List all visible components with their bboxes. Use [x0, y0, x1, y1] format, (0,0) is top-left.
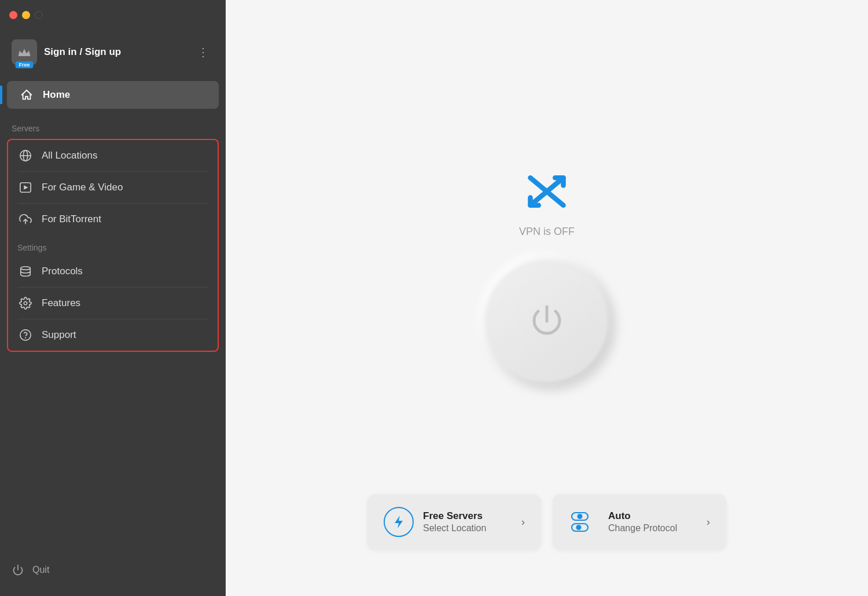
svg-marker-4	[24, 185, 28, 189]
auto-protocol-subtitle: Change Protocol	[608, 523, 693, 534]
traffic-lights	[9, 11, 43, 19]
free-servers-title: Free Servers	[423, 510, 507, 522]
sidebar-item-support[interactable]: Support	[8, 319, 218, 351]
toggle-icon	[569, 507, 599, 537]
support-label: Support	[42, 329, 76, 341]
sidebar-item-bittorrent[interactable]: For BitTorrent	[8, 204, 218, 235]
all-locations-label: All Locations	[42, 150, 97, 161]
svg-point-7	[24, 301, 27, 305]
home-nav-item[interactable]: Home	[7, 81, 219, 109]
globe-icon	[17, 148, 34, 164]
logo-svg	[525, 172, 569, 211]
auto-protocol-arrow: ›	[707, 516, 710, 528]
settings-section-label: Settings	[8, 235, 218, 256]
svg-point-8	[20, 330, 31, 340]
bittorrent-label: For BitTorrent	[42, 214, 101, 225]
close-button[interactable]	[9, 11, 17, 19]
main-content: VPN is OFF Free Servers Select Location	[226, 0, 868, 596]
game-video-label: For Game & Video	[42, 182, 123, 193]
sidebar-item-protocols[interactable]: Protocols	[8, 256, 218, 287]
main-inner: VPN is OFF	[483, 171, 610, 391]
free-servers-text: Free Servers Select Location	[423, 510, 507, 534]
play-icon	[17, 179, 34, 196]
auto-protocol-text: Auto Change Protocol	[608, 510, 693, 534]
home-nav-section: Home	[0, 74, 226, 116]
quit-label: Quit	[32, 565, 49, 575]
user-info: Sign in / Sign up	[44, 46, 186, 58]
power-icon	[524, 298, 570, 344]
menu-dots-button[interactable]: ⋮	[193, 43, 214, 61]
sidebar-item-all-locations[interactable]: All Locations	[8, 140, 218, 171]
svg-point-6	[21, 267, 31, 270]
vpn-status: VPN is OFF	[519, 226, 575, 238]
free-servers-card[interactable]: Free Servers Select Location ›	[367, 494, 541, 550]
user-name: Sign in / Sign up	[44, 46, 186, 58]
free-servers-subtitle: Select Location	[423, 523, 507, 534]
titlebar	[0, 0, 226, 30]
help-icon	[17, 327, 34, 343]
sidebar: Free Sign in / Sign up ⋮ Home Servers	[0, 0, 226, 596]
protocols-label: Protocols	[42, 266, 83, 277]
auto-protocol-card[interactable]: Auto Change Protocol ›	[553, 494, 726, 550]
svg-marker-13	[395, 516, 403, 528]
user-header: Free Sign in / Sign up ⋮	[0, 30, 226, 74]
gear-icon	[17, 295, 34, 311]
servers-section-label: Servers	[0, 116, 226, 137]
svg-point-17	[576, 525, 582, 530]
svg-point-15	[578, 514, 583, 519]
bottom-cards: Free Servers Select Location › Auto Chan…	[367, 494, 726, 550]
lightning-icon	[384, 507, 414, 537]
sidebar-item-features[interactable]: Features	[8, 288, 218, 319]
minimize-button[interactable]	[22, 11, 30, 19]
menu-box: All Locations For Game & Video	[7, 139, 219, 352]
layers-icon	[17, 263, 34, 279]
sidebar-item-game-video[interactable]: For Game & Video	[8, 172, 218, 203]
power-button[interactable]	[483, 257, 610, 385]
vpn-logo	[524, 171, 570, 212]
auto-protocol-title: Auto	[608, 510, 693, 522]
crown-icon	[16, 44, 32, 60]
quit-button[interactable]: Quit	[0, 555, 226, 584]
home-label: Home	[43, 89, 70, 101]
free-servers-arrow: ›	[521, 516, 525, 528]
features-label: Features	[42, 297, 80, 309]
maximize-button[interactable]	[35, 11, 43, 19]
upload-icon	[17, 211, 34, 227]
power-off-icon	[12, 564, 24, 576]
home-icon	[19, 87, 35, 103]
avatar: Free	[12, 39, 37, 65]
free-badge: Free	[15, 61, 33, 68]
